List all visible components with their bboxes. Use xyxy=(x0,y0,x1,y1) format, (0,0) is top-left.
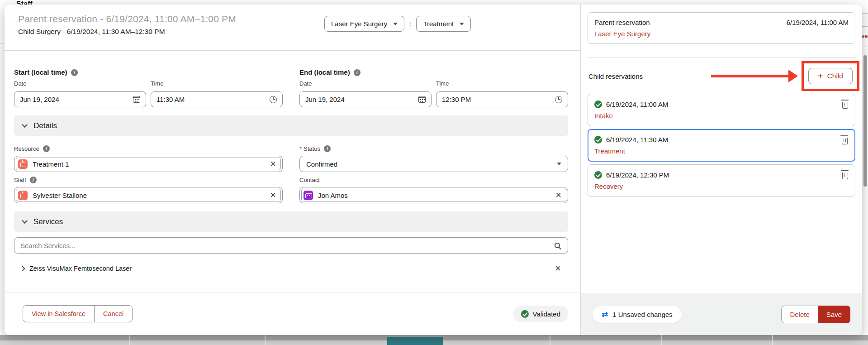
start-group: Start (local time) Date Jun 19, 2024 xyxy=(14,68,283,107)
info-icon[interactable] xyxy=(324,145,331,152)
services-search-placeholder: Search Services... xyxy=(20,242,555,249)
background-line xyxy=(0,43,5,44)
status-select[interactable]: Confirmed xyxy=(299,156,568,172)
calendar-icon[interactable] xyxy=(418,96,426,103)
end-time-input[interactable]: 12:30 PM xyxy=(436,91,568,107)
clock-icon[interactable] xyxy=(270,96,277,103)
chevron-right-icon[interactable] xyxy=(20,266,25,271)
info-icon[interactable] xyxy=(30,177,37,183)
dialog-header: Parent reservation - 6/19/2024, 11:00 AM… xyxy=(5,5,580,51)
chevron-down-icon xyxy=(460,23,464,25)
info-icon[interactable] xyxy=(354,69,360,76)
delete-child-button[interactable] xyxy=(840,135,849,144)
chevron-down-icon xyxy=(393,23,398,25)
annotation-arrow xyxy=(711,75,789,77)
parent-card-type: Laser Eye Surgery xyxy=(594,29,650,38)
contact-lookup[interactable]: Jon Amos × xyxy=(299,187,568,203)
end-date-input[interactable]: Jun 19, 2024 xyxy=(299,91,432,107)
service-item-row: Zeiss VisuMax Femtosecond Laser × xyxy=(14,264,568,273)
delete-button[interactable]: Delete xyxy=(781,306,817,323)
staff-lookup[interactable]: Sylvester Stallone × xyxy=(14,187,283,203)
sync-icon: ⇄ xyxy=(602,311,608,318)
clear-contact-button[interactable]: × xyxy=(555,190,562,200)
clock-icon[interactable] xyxy=(555,96,562,103)
start-date-input[interactable]: Jun 19, 2024 xyxy=(14,91,146,107)
remove-service-button[interactable]: × xyxy=(554,264,562,273)
parent-card-datetime: 6/19/2024, 11:00 AM xyxy=(787,18,849,27)
details-section-label: Details xyxy=(33,121,57,130)
delete-child-button[interactable] xyxy=(840,100,849,109)
end-group: End (local time) Date Jun 19, 2024 xyxy=(299,68,568,107)
contact-field: Contact Jon Amos × xyxy=(299,172,568,203)
background-line xyxy=(0,25,5,25)
child-card-datetime: 6/19/2024, 12:30 PM xyxy=(606,170,669,180)
sidebar-footer: ⇄ 1 Unsaved changes Delete Save xyxy=(581,293,862,335)
add-child-button[interactable]: + Child xyxy=(808,68,853,84)
contact-label: Contact xyxy=(299,177,320,183)
chevron-down-icon xyxy=(557,163,561,165)
reservation-dialog: Parent reservation - 6/19/2024, 11:00 AM… xyxy=(5,5,862,335)
services-section-toggle[interactable]: Services xyxy=(14,211,568,232)
add-child-label: Child xyxy=(827,72,843,80)
date-label: Date xyxy=(299,81,432,87)
reservation-subtype-select[interactable]: Treatment xyxy=(416,16,471,32)
save-button[interactable]: Save xyxy=(818,306,850,323)
view-in-salesforce-button[interactable]: View in Salesforce xyxy=(23,306,95,322)
child-reservation-card[interactable]: 6/19/2024, 12:30 PM Recovery xyxy=(588,164,855,197)
parent-reservation-card[interactable]: Parent reservation Laser Eye Surgery 6/1… xyxy=(588,12,855,44)
status-label: Status xyxy=(304,145,320,152)
dialog-subtitle: Child Surgery - 6/19/2024, 11:30 AM–12:3… xyxy=(18,28,580,36)
trash-icon xyxy=(842,172,848,179)
resource-label: Resource xyxy=(14,145,39,152)
check-circle-icon xyxy=(521,310,529,318)
delete-child-button[interactable] xyxy=(840,170,849,179)
child-reservations-list: 6/19/2024, 11:00 AM Intake 6/19/2024, 11… xyxy=(581,94,862,197)
background-line xyxy=(862,47,868,47)
child-reservations-label: Child reservations xyxy=(588,72,643,80)
child-reservation-card-selected[interactable]: 6/19/2024, 11:30 AM Treatment xyxy=(588,129,855,162)
child-card-type: Intake xyxy=(594,111,849,120)
footer-button-group: View in Salesforce Cancel xyxy=(23,305,133,322)
background-calendar-strip xyxy=(0,335,868,345)
start-time-input[interactable]: 11:30 AM xyxy=(151,91,283,107)
resource-value: Treatment 1 xyxy=(33,160,264,168)
info-icon[interactable] xyxy=(71,69,78,76)
resource-field: Resource Treatment 1 × xyxy=(14,136,283,172)
clear-resource-button[interactable]: × xyxy=(269,159,277,169)
reservation-type-select[interactable]: Laser Eye Surgery xyxy=(324,16,404,32)
form-body: Start (local time) Date Jun 19, 2024 xyxy=(5,51,580,273)
resource-lookup[interactable]: Treatment 1 × xyxy=(14,156,283,172)
background-gridline xyxy=(265,335,266,345)
services-search-input[interactable]: Search Services... xyxy=(14,237,568,254)
staff-icon xyxy=(18,191,28,200)
details-section-toggle[interactable]: Details xyxy=(14,115,568,136)
trash-icon xyxy=(842,138,848,144)
resource-icon xyxy=(18,159,28,169)
end-date-value: Jun 19, 2024 xyxy=(305,96,418,103)
parent-card-text: Parent reservation Laser Eye Surgery xyxy=(594,18,650,38)
delete-save-group: Delete Save xyxy=(781,306,850,323)
end-time-field: Time 12:30 PM xyxy=(436,77,568,107)
staff-label: Staff xyxy=(14,177,26,183)
reservation-subtype-value: Treatment xyxy=(423,20,454,28)
service-item-label: Zeiss VisuMax Femtosecond Laser xyxy=(29,265,549,272)
child-reservations-header: Child reservations + Child xyxy=(588,61,859,91)
child-card-datetime: 6/19/2024, 11:30 AM xyxy=(606,135,668,144)
time-label: Time xyxy=(436,81,568,87)
required-mark: * xyxy=(299,145,302,152)
dialog-footer: View in Salesforce Cancel Validated xyxy=(5,292,580,335)
child-card-datetime: 6/19/2024, 11:00 AM xyxy=(606,100,668,109)
start-label: Start (local time) xyxy=(14,68,67,77)
search-icon[interactable] xyxy=(555,243,560,248)
calendar-icon[interactable] xyxy=(133,96,140,103)
clear-staff-button[interactable]: × xyxy=(269,190,277,200)
validated-label: Validated xyxy=(533,310,560,318)
start-date-field: Date Jun 19, 2024 xyxy=(14,77,146,107)
info-icon[interactable] xyxy=(43,145,50,152)
type-selects: Laser Eye Surgery : Treatment xyxy=(324,16,471,32)
cancel-button[interactable]: Cancel xyxy=(95,306,132,322)
child-reservation-card[interactable]: 6/19/2024, 11:00 AM Intake xyxy=(588,94,855,126)
child-card-type: Recovery xyxy=(594,182,849,191)
scrollbar-thumb[interactable] xyxy=(863,55,867,187)
reservation-type-value: Laser Eye Surgery xyxy=(331,20,387,28)
